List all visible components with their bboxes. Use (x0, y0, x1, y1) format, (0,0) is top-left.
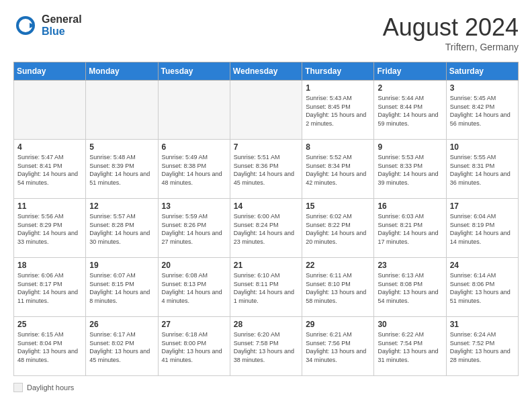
page-header: GeneralBlue August 2024 Triftern, German… (13, 13, 519, 52)
day-number: 22 (306, 261, 370, 270)
calendar-cell: 4Sunrise: 5:47 AMSunset: 8:41 PMDaylight… (14, 140, 86, 199)
calendar-cell: 12Sunrise: 5:57 AMSunset: 8:28 PMDayligh… (86, 199, 158, 258)
calendar-cell: 23Sunrise: 6:13 AMSunset: 8:08 PMDayligh… (374, 258, 446, 317)
calendar-cell: 17Sunrise: 6:04 AMSunset: 8:19 PMDayligh… (446, 199, 518, 258)
location: Triftern, Germany (383, 42, 519, 52)
day-info: Sunrise: 6:02 AMSunset: 8:22 PMDaylight:… (306, 212, 370, 246)
calendar-cell: 21Sunrise: 6:10 AMSunset: 8:11 PMDayligh… (230, 258, 302, 317)
day-info: Sunrise: 5:52 AMSunset: 8:34 PMDaylight:… (306, 153, 370, 187)
calendar-cell: 20Sunrise: 6:08 AMSunset: 8:13 PMDayligh… (158, 258, 230, 317)
title-block: August 2024 Triftern, Germany (383, 13, 519, 52)
day-number: 16 (378, 201, 442, 211)
month-title: August 2024 (383, 13, 519, 42)
day-info: Sunrise: 6:08 AMSunset: 8:13 PMDaylight:… (162, 271, 226, 305)
week-row-1: 4Sunrise: 5:47 AMSunset: 8:41 PMDaylight… (14, 140, 519, 199)
day-number: 31 (450, 320, 515, 329)
logo: GeneralBlue (13, 13, 82, 38)
legend-box (13, 383, 23, 392)
day-number: 17 (450, 201, 515, 211)
day-number: 7 (234, 142, 298, 152)
calendar-cell: 22Sunrise: 6:11 AMSunset: 8:10 PMDayligh… (302, 258, 374, 317)
day-number: 24 (450, 261, 515, 270)
day-info: Sunrise: 6:13 AMSunset: 8:08 PMDaylight:… (378, 271, 442, 305)
day-number: 3 (450, 83, 515, 93)
calendar-cell: 14Sunrise: 6:00 AMSunset: 8:24 PMDayligh… (230, 199, 302, 258)
legend: Daylight hours (13, 383, 519, 392)
day-number: 6 (162, 142, 226, 152)
day-info: Sunrise: 6:06 AMSunset: 8:17 PMDaylight:… (17, 271, 82, 305)
day-info: Sunrise: 6:20 AMSunset: 7:58 PMDaylight:… (234, 330, 298, 364)
day-info: Sunrise: 6:14 AMSunset: 8:06 PMDaylight:… (450, 271, 515, 305)
day-number: 5 (89, 142, 154, 152)
col-header-thursday: Thursday (302, 62, 374, 81)
col-header-saturday: Saturday (446, 62, 518, 81)
day-info: Sunrise: 6:07 AMSunset: 8:15 PMDaylight:… (89, 271, 154, 305)
day-number: 4 (17, 142, 82, 152)
day-info: Sunrise: 6:03 AMSunset: 8:21 PMDaylight:… (378, 212, 442, 246)
col-header-tuesday: Tuesday (158, 62, 230, 81)
day-number: 9 (378, 142, 442, 152)
calendar-table: SundayMondayTuesdayWednesdayThursdayFrid… (13, 62, 519, 376)
day-info: Sunrise: 5:53 AMSunset: 8:33 PMDaylight:… (378, 153, 442, 187)
day-info: Sunrise: 6:22 AMSunset: 7:54 PMDaylight:… (378, 330, 442, 364)
day-info: Sunrise: 6:10 AMSunset: 8:11 PMDaylight:… (234, 271, 298, 305)
calendar-cell: 1Sunrise: 5:43 AMSunset: 8:45 PMDaylight… (302, 81, 374, 140)
day-info: Sunrise: 6:11 AMSunset: 8:10 PMDaylight:… (306, 271, 370, 305)
calendar-cell: 6Sunrise: 5:49 AMSunset: 8:38 PMDaylight… (158, 140, 230, 199)
calendar-cell: 30Sunrise: 6:22 AMSunset: 7:54 PMDayligh… (374, 317, 446, 376)
day-info: Sunrise: 6:18 AMSunset: 8:00 PMDaylight:… (162, 330, 226, 364)
day-number: 18 (17, 261, 82, 270)
day-info: Sunrise: 5:43 AMSunset: 8:45 PMDaylight:… (306, 94, 370, 128)
col-header-wednesday: Wednesday (230, 62, 302, 81)
week-row-4: 25Sunrise: 6:15 AMSunset: 8:04 PMDayligh… (14, 317, 519, 376)
calendar-cell: 25Sunrise: 6:15 AMSunset: 8:04 PMDayligh… (14, 317, 86, 376)
day-info: Sunrise: 5:49 AMSunset: 8:38 PMDaylight:… (162, 153, 226, 187)
calendar-cell: 16Sunrise: 6:03 AMSunset: 8:21 PMDayligh… (374, 199, 446, 258)
day-info: Sunrise: 6:04 AMSunset: 8:19 PMDaylight:… (450, 212, 515, 246)
calendar-cell: 10Sunrise: 5:55 AMSunset: 8:31 PMDayligh… (446, 140, 518, 199)
day-number: 29 (306, 320, 370, 329)
calendar-cell: 24Sunrise: 6:14 AMSunset: 8:06 PMDayligh… (446, 258, 518, 317)
day-info: Sunrise: 6:24 AMSunset: 7:52 PMDaylight:… (450, 330, 515, 364)
day-number: 30 (378, 320, 442, 329)
calendar-cell: 2Sunrise: 5:44 AMSunset: 8:44 PMDaylight… (374, 81, 446, 140)
day-info: Sunrise: 5:51 AMSunset: 8:36 PMDaylight:… (234, 153, 298, 187)
calendar-cell: 29Sunrise: 6:21 AMSunset: 7:56 PMDayligh… (302, 317, 374, 376)
legend-label: Daylight hours (27, 383, 74, 392)
calendar-cell: 3Sunrise: 5:45 AMSunset: 8:42 PMDaylight… (446, 81, 518, 140)
day-info: Sunrise: 6:15 AMSunset: 8:04 PMDaylight:… (17, 330, 82, 364)
calendar-cell: 19Sunrise: 6:07 AMSunset: 8:15 PMDayligh… (86, 258, 158, 317)
day-number: 10 (450, 142, 515, 152)
calendar-cell: 28Sunrise: 6:20 AMSunset: 7:58 PMDayligh… (230, 317, 302, 376)
day-number: 13 (162, 201, 226, 211)
calendar-cell: 8Sunrise: 5:52 AMSunset: 8:34 PMDaylight… (302, 140, 374, 199)
day-number: 12 (89, 201, 154, 211)
day-number: 11 (17, 201, 82, 211)
day-info: Sunrise: 5:48 AMSunset: 8:39 PMDaylight:… (89, 153, 154, 187)
header-row: SundayMondayTuesdayWednesdayThursdayFrid… (14, 62, 519, 81)
day-number: 25 (17, 320, 82, 329)
col-header-friday: Friday (374, 62, 446, 81)
calendar-cell: 9Sunrise: 5:53 AMSunset: 8:33 PMDaylight… (374, 140, 446, 199)
day-info: Sunrise: 5:56 AMSunset: 8:29 PMDaylight:… (17, 212, 82, 246)
calendar-cell: 18Sunrise: 6:06 AMSunset: 8:17 PMDayligh… (14, 258, 86, 317)
day-number: 28 (234, 320, 298, 329)
day-number: 20 (162, 261, 226, 270)
week-row-3: 18Sunrise: 6:06 AMSunset: 8:17 PMDayligh… (14, 258, 519, 317)
day-number: 23 (378, 261, 442, 270)
day-info: Sunrise: 5:55 AMSunset: 8:31 PMDaylight:… (450, 153, 515, 187)
day-number: 26 (89, 320, 154, 329)
calendar-cell (86, 81, 158, 140)
col-header-sunday: Sunday (14, 62, 86, 81)
day-info: Sunrise: 5:45 AMSunset: 8:42 PMDaylight:… (450, 94, 515, 128)
calendar-cell (158, 81, 230, 140)
day-number: 21 (234, 261, 298, 270)
day-info: Sunrise: 5:44 AMSunset: 8:44 PMDaylight:… (378, 94, 442, 128)
calendar-cell (230, 81, 302, 140)
calendar-cell: 7Sunrise: 5:51 AMSunset: 8:36 PMDaylight… (230, 140, 302, 199)
logo-svg (13, 13, 38, 38)
day-info: Sunrise: 6:21 AMSunset: 7:56 PMDaylight:… (306, 330, 370, 364)
day-number: 27 (162, 320, 226, 329)
day-info: Sunrise: 5:59 AMSunset: 8:26 PMDaylight:… (162, 212, 226, 246)
day-number: 15 (306, 201, 370, 211)
